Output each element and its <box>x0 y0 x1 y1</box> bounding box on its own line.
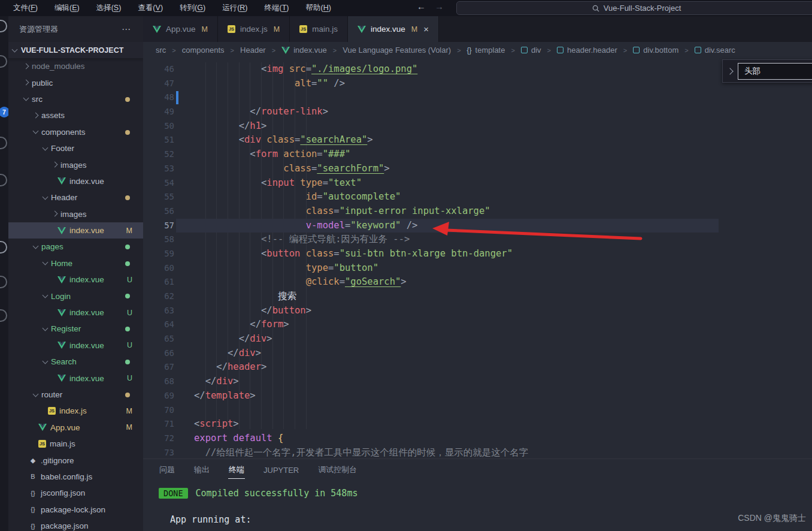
panel-tab-调试控制台[interactable]: 调试控制台 <box>317 459 357 481</box>
code-editor[interactable]: 46 <img src="./images/logo.png"47 alt=""… <box>143 58 812 458</box>
tab-app-vue[interactable]: App.vueM <box>143 16 218 42</box>
tab-main-js[interactable]: JSmain.js <box>290 16 348 42</box>
tree-file-index-js[interactable]: JSindex.jsM <box>8 403 143 419</box>
tree-file-index-vue[interactable]: index.vueU <box>8 370 143 386</box>
menu-item-S[interactable]: 选择(S) <box>96 3 122 13</box>
menu-item-F[interactable]: 文件(F) <box>13 3 38 13</box>
code-line-50[interactable]: 50 </h1> <box>143 119 812 134</box>
command-center-search[interactable]: Vue-Full-Stack-Project <box>456 1 812 15</box>
code-line-51[interactable]: 51 <div class="searchArea"> <box>143 133 812 147</box>
code-line-57[interactable]: 57 v-model="keyword" /> <box>143 219 812 233</box>
code-line-47[interactable]: 47 alt="" /> <box>143 77 812 91</box>
breadcrumb-item-div-searc[interactable]: div.searc <box>695 46 735 55</box>
menu-item-G[interactable]: 转到(G) <box>180 3 205 13</box>
code-line-65[interactable]: 65 </div> <box>143 332 812 346</box>
code-line-54[interactable]: 54 <input type="text" <box>143 176 812 191</box>
tree-file-package-json[interactable]: {}package.json <box>8 518 143 531</box>
code-line-49[interactable]: 49 </router-link> <box>143 105 812 119</box>
tree-folder-header[interactable]: Header <box>8 189 143 206</box>
tree-file-index-vue[interactable]: index.vueU <box>8 271 143 288</box>
close-icon[interactable]: × <box>423 24 429 34</box>
tree-folder-images[interactable]: images <box>8 156 143 173</box>
tree-folder-node-modules[interactable]: node_modules <box>8 58 143 74</box>
code-line-48[interactable]: 48 <box>143 90 812 105</box>
tree-folder-src[interactable]: src <box>8 91 143 107</box>
breadcrumb-item-div[interactable]: div <box>521 46 541 55</box>
panel-tab-jupyter[interactable]: JUPYTER <box>263 460 299 480</box>
line-number: 46 <box>143 62 174 77</box>
code-line-55[interactable]: 55 id="autocomplete" <box>143 190 812 204</box>
code-line-53[interactable]: 53 class="searchForm"> <box>143 162 812 176</box>
tree-folder-footer[interactable]: Footer <box>8 140 143 156</box>
project-root-row[interactable]: VUE-FULL-STACK-PROJECT <box>8 42 143 58</box>
more-actions-icon[interactable]: ⋯ <box>122 24 131 35</box>
code-line-71[interactable]: 71<script> <box>143 417 812 432</box>
menu-item-E[interactable]: 编辑(E) <box>54 3 80 13</box>
breadcrumb-item-src[interactable]: src <box>156 46 166 55</box>
breadcrumb-item-header[interactable]: Header <box>240 46 266 55</box>
tree-folder-login[interactable]: Login <box>8 288 143 304</box>
git-status-badge: M <box>126 227 132 235</box>
tree-file--gitignore[interactable]: ◆.gitignore <box>8 452 143 468</box>
tree-file-main-js[interactable]: JSmain.js <box>8 436 143 452</box>
tree-file-index-vue[interactable]: index.vueM <box>8 222 143 239</box>
menu-item-H[interactable]: 帮助(H) <box>305 3 331 13</box>
tab-index-vue[interactable]: index.vueM× <box>348 16 439 42</box>
menu-item-R[interactable]: 运行(R) <box>222 3 247 13</box>
code-line-46[interactable]: 46 <img src="./images/logo.png" <box>143 62 812 77</box>
history-forward-icon[interactable]: → <box>435 1 444 11</box>
tree-file-jsconfig-json[interactable]: {}jsconfig.json <box>8 485 143 501</box>
tree-folder-home[interactable]: Home <box>8 255 143 271</box>
tree-file-package-lock-json[interactable]: {}package-lock.json <box>8 502 143 518</box>
tree-folder-register[interactable]: Register <box>8 321 143 337</box>
tree-folder-search[interactable]: Search <box>8 354 143 370</box>
tree-file-index-vue[interactable]: index.vueU <box>8 337 143 354</box>
code-line-73[interactable]: 73 //给组件起一个名字,开发者工具中显示这个组件的时候，显示的就是这个名字 <box>143 446 812 458</box>
code-line-63[interactable]: 63 </button> <box>143 304 812 318</box>
menu-item-V[interactable]: 查看(V) <box>138 3 163 13</box>
tree-folder-pages[interactable]: pages <box>8 239 143 255</box>
menu-item-T[interactable]: 终端(T) <box>265 3 289 13</box>
code-line-67[interactable]: 67 </header> <box>143 360 812 375</box>
breadcrumb-item-header-header[interactable]: header.header <box>557 46 617 55</box>
activity-bar[interactable]: 7 <box>0 16 8 531</box>
code-line-64[interactable]: 64 </form> <box>143 318 812 332</box>
panel-tab-终端[interactable]: 终端 <box>228 459 245 481</box>
tree-folder-components[interactable]: components <box>8 124 143 140</box>
tree-file-app-vue[interactable]: App.vueM <box>8 420 143 436</box>
breadcrumb-item-div-bottom[interactable]: div.bottom <box>633 46 678 55</box>
breadcrumb-item-index-vue[interactable]: index.vue <box>281 46 327 55</box>
tree-file-index-vue[interactable]: index.vue <box>8 173 143 189</box>
find-toggle-replace-icon[interactable] <box>726 68 733 74</box>
breadcrumb-item-components[interactable]: components <box>182 46 225 55</box>
code-line-70[interactable]: 70 <box>143 403 812 418</box>
tree-file-babel-config-js[interactable]: Bbabel.config.js <box>8 469 143 485</box>
breadcrumb-item-vue-language-features-volar-[interactable]: Vue Language Features (Volar) <box>343 46 451 55</box>
code-line-61[interactable]: 61 @click="goSearch"> <box>143 275 812 289</box>
find-input[interactable]: 头部 <box>738 63 812 80</box>
code-line-66[interactable]: 66 </div> <box>143 346 812 361</box>
tab-index-js[interactable]: JSindex.jsM <box>218 16 290 42</box>
chevron-down-icon <box>43 194 49 200</box>
tree-folder-router[interactable]: router <box>8 387 143 403</box>
code-line-56[interactable]: 56 class="input-error input-xxlarge" <box>143 204 812 219</box>
panel-tab-输出[interactable]: 输出 <box>193 459 210 481</box>
code-text: </div> <box>194 375 239 389</box>
tree-folder-assets[interactable]: assets <box>8 107 143 123</box>
code-line-60[interactable]: 60 type="button" <box>143 261 812 276</box>
terminal-output[interactable]: DONE Compiled successfully in 548ms App … <box>143 488 812 525</box>
code-line-62[interactable]: 62 搜索 <box>143 289 812 304</box>
code-line-69[interactable]: 69</template> <box>143 389 812 403</box>
tree-folder-images[interactable]: images <box>8 206 143 222</box>
history-back-icon[interactable]: ← <box>417 1 426 11</box>
tree-file-index-vue[interactable]: index.vueU <box>8 304 143 321</box>
code-line-68[interactable]: 68 </div> <box>143 375 812 389</box>
code-line-52[interactable]: 52 <form action="###" <box>143 147 812 162</box>
code-line-72[interactable]: 72export default { <box>143 432 812 446</box>
code-line-59[interactable]: 59 <button class="sui-btn btn-xlarge btn… <box>143 247 812 261</box>
breadcrumb-item-template[interactable]: {}template <box>467 46 505 55</box>
find-widget[interactable]: 头部 <box>722 59 812 83</box>
code-line-58[interactable]: 58 <!-- 编程式导航:因为有业务 --> <box>143 233 812 247</box>
tree-folder-public[interactable]: public <box>8 74 143 90</box>
panel-tab-问题[interactable]: 问题 <box>159 459 175 481</box>
